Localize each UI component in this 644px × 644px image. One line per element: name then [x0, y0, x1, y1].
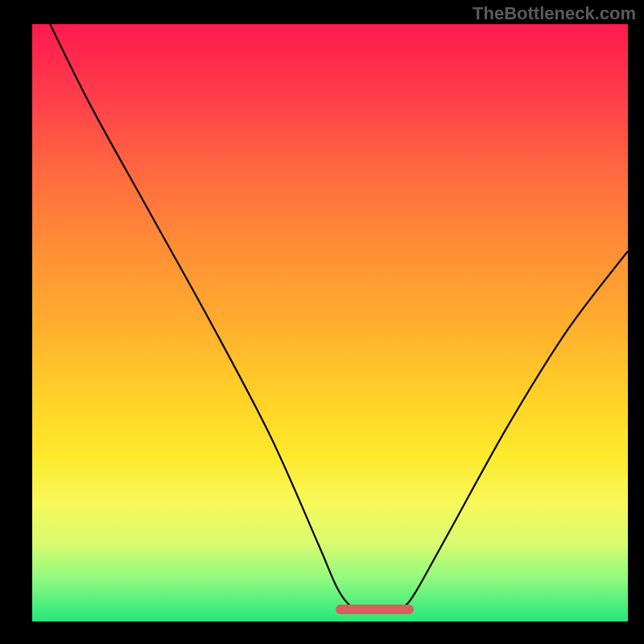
curve-svg	[32, 24, 628, 621]
plot-frame	[0, 24, 644, 644]
accent-segment	[336, 605, 413, 614]
plot-area	[32, 24, 628, 621]
watermark-text: TheBottleneck.com	[473, 3, 636, 24]
main-curve	[50, 24, 628, 610]
